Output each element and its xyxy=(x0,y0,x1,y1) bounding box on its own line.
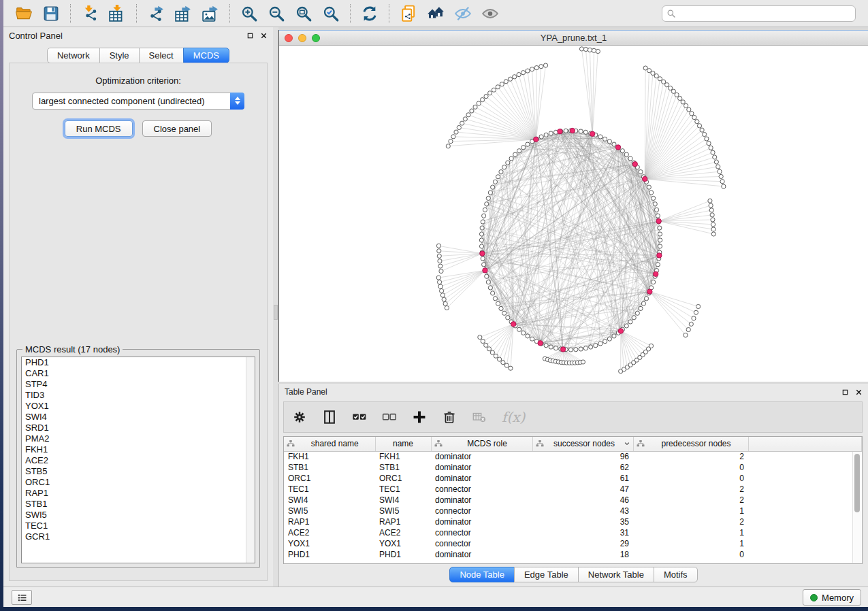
graph-node[interactable] xyxy=(716,165,720,169)
graph-node[interactable] xyxy=(722,184,726,188)
mcds-result-list[interactable]: PHD1CAR1STP4TID3YOX1SWI4SRD1PMA2FKH1ACE2… xyxy=(21,357,255,563)
mcds-graph-node[interactable] xyxy=(654,271,658,276)
graph-node[interactable] xyxy=(607,337,611,341)
open-file-button[interactable] xyxy=(10,2,37,25)
tab-network[interactable]: Network xyxy=(47,48,100,63)
column-header-predecessor-nodes[interactable]: predecessor nodes xyxy=(633,437,748,451)
zoom-out-button[interactable] xyxy=(263,2,290,25)
table-row[interactable]: ORC1ORC1dominator610 xyxy=(284,473,862,484)
graph-node[interactable] xyxy=(574,348,578,352)
graph-node[interactable] xyxy=(656,263,660,267)
graph-node[interactable] xyxy=(612,142,616,146)
column-header-successor-nodes[interactable]: successor nodes xyxy=(532,437,633,451)
graph-node[interactable] xyxy=(485,274,489,278)
task-history-button[interactable] xyxy=(12,590,32,605)
graph-node[interactable] xyxy=(649,344,653,348)
refresh-button[interactable] xyxy=(356,2,383,25)
graph-node[interactable] xyxy=(651,71,655,75)
graph-node[interactable] xyxy=(639,170,643,174)
graph-node[interactable] xyxy=(509,156,513,161)
graph-node[interactable] xyxy=(711,227,716,231)
graph-node[interactable] xyxy=(549,345,553,349)
column-header-name[interactable]: name xyxy=(375,437,431,451)
table-row[interactable]: RAP1RAP1dominator352 xyxy=(284,516,862,527)
mcds-list-scrollbar[interactable] xyxy=(246,357,255,563)
tab-node-table[interactable]: Node Table xyxy=(449,567,515,582)
graph-node[interactable] xyxy=(647,69,651,73)
mcds-result-item[interactable]: STB1 xyxy=(22,499,255,510)
select-all-rows-button[interactable] xyxy=(352,410,367,425)
graph-node[interactable] xyxy=(711,232,716,236)
graph-node[interactable] xyxy=(438,264,443,268)
graph-node[interactable] xyxy=(643,66,647,70)
mcds-graph-node[interactable] xyxy=(643,176,647,181)
graph-node[interactable] xyxy=(607,139,611,144)
graph-node[interactable] xyxy=(705,137,709,141)
graph-node[interactable] xyxy=(709,146,713,150)
graph-node[interactable] xyxy=(656,214,660,218)
graph-node[interactable] xyxy=(697,124,701,128)
graph-node[interactable] xyxy=(437,254,441,258)
graph-node[interactable] xyxy=(497,357,501,361)
graph-node[interactable] xyxy=(479,244,483,248)
graph-node[interactable] xyxy=(654,74,658,78)
table-row[interactable]: SWI5SWI5connector431 xyxy=(284,506,862,516)
add-column-button[interactable] xyxy=(412,410,427,425)
graph-node[interactable] xyxy=(466,113,470,117)
export-table-button[interactable] xyxy=(170,2,197,25)
graph-node[interactable] xyxy=(658,77,662,81)
hide-selected-button[interactable] xyxy=(449,2,477,25)
graph-node[interactable] xyxy=(596,49,600,53)
deselect-all-rows-button[interactable] xyxy=(382,410,397,425)
table-row[interactable]: FKH1FKH1dominator962 xyxy=(284,451,862,462)
column-header-shared-name[interactable]: shared name xyxy=(284,437,375,451)
graph-node[interactable] xyxy=(603,340,607,344)
graph-node[interactable] xyxy=(483,208,487,212)
graph-node[interactable] xyxy=(502,165,507,169)
graph-node[interactable] xyxy=(632,316,636,320)
graph-node[interactable] xyxy=(488,91,492,95)
float-panel-icon[interactable] xyxy=(246,32,254,39)
mcds-graph-node[interactable] xyxy=(560,347,565,352)
graph-node[interactable] xyxy=(491,185,495,189)
mcds-result-item[interactable]: ACE2 xyxy=(22,455,255,466)
graph-node[interactable] xyxy=(473,105,477,109)
graph-node[interactable] xyxy=(446,144,450,148)
graph-node[interactable] xyxy=(592,48,596,52)
graph-node[interactable] xyxy=(635,311,639,315)
graph-node[interactable] xyxy=(641,301,645,306)
panel-splitter[interactable] xyxy=(273,27,278,587)
graph-node[interactable] xyxy=(579,47,583,51)
graph-node[interactable] xyxy=(493,180,497,184)
graph-node[interactable] xyxy=(508,77,512,81)
graph-node[interactable] xyxy=(689,322,693,326)
export-image-button[interactable] xyxy=(197,2,224,25)
save-session-button[interactable] xyxy=(37,2,65,25)
mcds-result-item[interactable]: YOX1 xyxy=(22,401,255,412)
optimization-criterion-select[interactable]: largest connected component (undirected) xyxy=(32,93,244,110)
graph-node[interactable] xyxy=(594,344,598,348)
graph-node[interactable] xyxy=(480,98,484,102)
graph-node[interactable] xyxy=(437,249,441,253)
mcds-graph-node[interactable] xyxy=(480,251,485,256)
graph-node[interactable] xyxy=(513,152,517,156)
graph-node[interactable] xyxy=(654,208,658,212)
tab-mcds[interactable]: MCDS xyxy=(183,48,229,63)
graph-node[interactable] xyxy=(470,109,474,113)
mcds-result-item[interactable]: STB5 xyxy=(22,466,255,477)
graph-node[interactable] xyxy=(658,232,662,236)
network-window-titlebar[interactable]: YPA_prune.txt_1 xyxy=(279,30,868,46)
graph-node[interactable] xyxy=(496,175,500,179)
graph-node[interactable] xyxy=(526,69,530,73)
graph-node[interactable] xyxy=(492,88,496,92)
graph-node[interactable] xyxy=(649,191,654,195)
graph-node[interactable] xyxy=(436,276,440,280)
run-mcds-button[interactable]: Run MCDS xyxy=(65,120,133,137)
mcds-graph-node[interactable] xyxy=(656,218,661,223)
table-row[interactable]: TEC1TEC1connector472 xyxy=(284,484,862,495)
graph-node[interactable] xyxy=(482,214,486,218)
graph-node[interactable] xyxy=(589,345,593,349)
graph-node[interactable] xyxy=(479,238,483,242)
network-canvas[interactable] xyxy=(279,46,868,382)
graph-node[interactable] xyxy=(526,334,530,338)
